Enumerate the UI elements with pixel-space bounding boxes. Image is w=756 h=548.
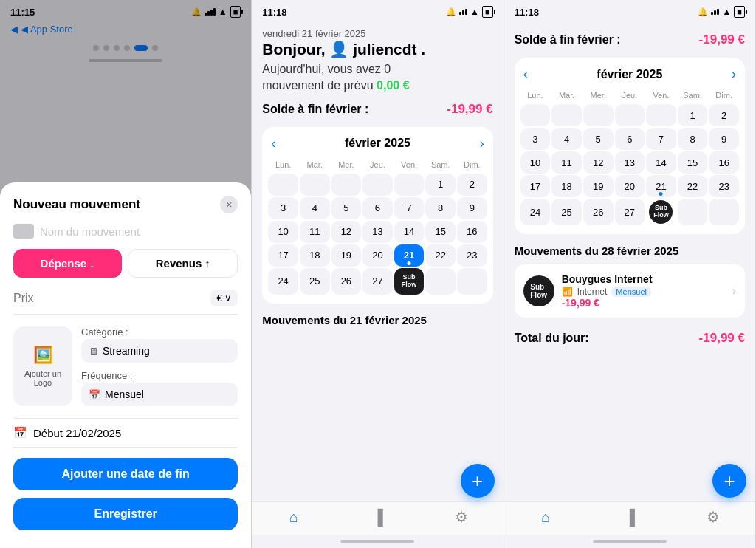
cal-nav-2: ‹ février 2025 ›: [268, 136, 487, 151]
cal-cell[interactable]: 2: [457, 174, 487, 196]
cal-cell[interactable]: 14: [646, 151, 676, 174]
cal-cell[interactable]: 24: [520, 199, 551, 225]
logo-category-row: 🖼️ Ajouter un Logo Catégorie : 🖥 Streami…: [13, 326, 238, 406]
cal-cell[interactable]: 5: [331, 197, 362, 219]
cal-cell[interactable]: 6: [362, 197, 393, 219]
cal-cell[interactable]: 10: [268, 221, 298, 243]
cal-cell[interactable]: 6: [615, 128, 645, 150]
cal-cell[interactable]: 19: [331, 244, 362, 267]
nav-stats-2[interactable]: ▐: [336, 509, 419, 526]
cal-cell[interactable]: 22: [678, 175, 708, 197]
cal-cell[interactable]: 16: [457, 221, 487, 243]
cal-cell[interactable]: 20: [362, 244, 393, 267]
cal-cell[interactable]: 22: [425, 244, 456, 267]
cal-cell[interactable]: 19: [583, 175, 614, 197]
cal-cell[interactable]: 12: [583, 151, 614, 174]
greeting-2: Bonjour, 👤 juliencdt .: [262, 41, 492, 58]
logo-box-label: Ajouter un Logo: [19, 369, 66, 387]
cal-cell[interactable]: 23: [709, 175, 739, 197]
cal-cell[interactable]: 27: [615, 199, 645, 225]
prev-month-btn-3[interactable]: ‹: [523, 66, 528, 82]
cal-cell[interactable]: 4: [551, 128, 582, 150]
cal-cell[interactable]: 7: [646, 128, 676, 150]
next-month-btn-2[interactable]: ›: [480, 136, 484, 151]
cal-month-3: février 2025: [597, 68, 662, 81]
image-icon: 🖼️: [33, 346, 53, 365]
cal-cell[interactable]: 14: [394, 221, 425, 243]
cal-cell[interactable]: 2: [709, 104, 739, 126]
categorie-section: Catégorie : 🖥 Streaming: [81, 326, 238, 363]
fab-button-2[interactable]: +: [461, 464, 495, 498]
panel-1: 11:15 🔔 ▲ ■ ◀ ◀ App Store Nouveau mouvem…: [0, 0, 252, 548]
nav-settings-3[interactable]: ⚙: [672, 508, 755, 526]
logo-box[interactable]: 🖼️ Ajouter un Logo: [13, 326, 72, 406]
cal-cell[interactable]: 13: [362, 221, 393, 243]
battery-icon-2: ■: [482, 6, 493, 18]
prev-month-btn-2[interactable]: ‹: [271, 136, 275, 151]
cal-cell[interactable]: 8: [678, 128, 708, 150]
depense-button[interactable]: Dépense ↓: [13, 249, 122, 278]
cal-header: Dim.: [709, 88, 739, 103]
nom-placeholder[interactable]: Nom du mouvement: [40, 225, 140, 238]
cal-cell[interactable]: 23: [457, 244, 487, 267]
cal-header: Dim.: [457, 157, 487, 172]
home-bar-3: [593, 540, 667, 543]
cal-cell[interactable]: 17: [268, 244, 298, 267]
cal-cell[interactable]: 10: [520, 151, 551, 174]
date-text: Début 21/02/2025: [33, 427, 121, 439]
cal-cell[interactable]: 3: [520, 128, 551, 150]
next-month-btn-3[interactable]: ›: [732, 66, 736, 82]
cal-cell[interactable]: 27: [362, 268, 393, 295]
cal-cell[interactable]: 20: [615, 175, 645, 197]
cal-cell[interactable]: 3: [268, 197, 298, 219]
add-end-date-button[interactable]: Ajouter une date de fin: [13, 458, 238, 490]
cal-cell: [551, 104, 582, 126]
cal-cell[interactable]: 15: [678, 151, 708, 174]
movement-card[interactable]: SubFlow Bouygues Internet 📶 Internet Men…: [515, 264, 745, 318]
cal-cell[interactable]: 26: [331, 268, 362, 295]
cal-cell[interactable]: 21: [394, 244, 425, 267]
fab-button-3[interactable]: +: [712, 464, 746, 498]
cal-cell[interactable]: 25: [551, 199, 582, 225]
cal-cell[interactable]: 11: [300, 221, 330, 243]
cal-grid-3: Lun.Mar.Mer.Jeu.Ven.Sam.Dim.123456789101…: [520, 88, 739, 225]
cal-cell[interactable]: 25: [300, 268, 330, 295]
cal-cell[interactable]: 17: [520, 175, 551, 197]
currency-button[interactable]: € ∨: [210, 290, 238, 306]
cal-cell: [709, 199, 739, 225]
cal-cell[interactable]: 9: [457, 197, 487, 219]
cal-cell[interactable]: 15: [425, 221, 456, 243]
categorie-pill[interactable]: 🖥 Streaming: [81, 339, 238, 363]
stats-icon-3: ▐: [625, 509, 635, 526]
prix-input[interactable]: [13, 292, 210, 305]
frequence-pill[interactable]: 📅 Mensuel: [81, 383, 238, 406]
cal-cell[interactable]: 8: [425, 197, 456, 219]
cal-cell[interactable]: 5: [583, 128, 614, 150]
nav-home-3[interactable]: ⌂: [504, 509, 588, 526]
cal-cell[interactable]: 1: [425, 174, 456, 196]
cal-cell[interactable]: 11: [551, 151, 582, 174]
cal-cell[interactable]: 4: [300, 197, 330, 219]
cal-cell[interactable]: 12: [331, 221, 362, 243]
close-button[interactable]: ×: [220, 196, 238, 213]
revenus-arrow: ↑: [205, 257, 210, 270]
cal-cell[interactable]: 26: [583, 199, 614, 225]
cal-cell[interactable]: Sub Flow: [394, 268, 425, 295]
cal-cell[interactable]: 7: [394, 197, 425, 219]
cal-cell[interactable]: 18: [300, 244, 330, 267]
revenus-button[interactable]: Revenus ↑: [128, 249, 238, 278]
cal-cell[interactable]: 18: [551, 175, 582, 197]
cal-cell[interactable]: 9: [709, 128, 739, 150]
nav-home-2[interactable]: ⌂: [252, 509, 335, 526]
cal-cell[interactable]: Sub Flow: [646, 199, 676, 225]
nav-stats-3[interactable]: ▐: [588, 509, 671, 526]
cal-cell[interactable]: 13: [615, 151, 645, 174]
save-button[interactable]: Enregistrer: [13, 498, 238, 530]
cal-cell[interactable]: 21: [646, 175, 676, 197]
cal-cell[interactable]: 16: [709, 151, 739, 174]
nav-settings-2[interactable]: ⚙: [419, 508, 503, 526]
cal-cell[interactable]: 1: [678, 104, 708, 126]
cal-cell[interactable]: 24: [268, 268, 298, 295]
wifi-sub-icon: 📶: [562, 287, 573, 297]
stats-icon-2: ▐: [372, 509, 382, 526]
